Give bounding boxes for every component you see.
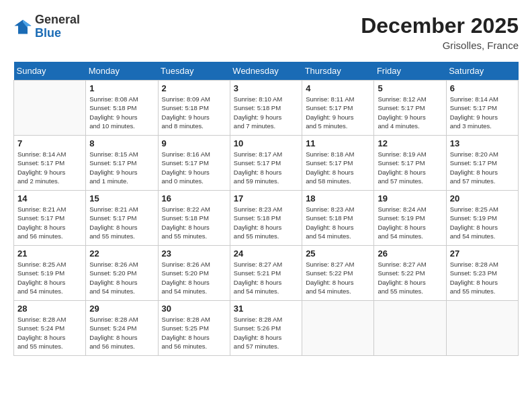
calendar-cell: 7Sunrise: 8:14 AM Sunset: 5:17 PM Daylig… xyxy=(14,136,86,191)
week-row-2: 7Sunrise: 8:14 AM Sunset: 5:17 PM Daylig… xyxy=(14,136,519,191)
calendar-cell: 18Sunrise: 8:23 AM Sunset: 5:18 PM Dayli… xyxy=(302,191,374,246)
day-of-week-sunday: Sunday xyxy=(14,62,86,81)
day-info: Sunrise: 8:09 AM Sunset: 5:18 PM Dayligh… xyxy=(162,95,226,130)
day-info: Sunrise: 8:15 AM Sunset: 5:17 PM Dayligh… xyxy=(89,150,154,185)
day-number: 11 xyxy=(306,138,370,148)
day-of-week-monday: Monday xyxy=(86,62,158,81)
day-number: 12 xyxy=(378,138,442,148)
day-of-week-tuesday: Tuesday xyxy=(158,62,230,81)
logo-general: General xyxy=(35,13,80,27)
calendar-cell: 3Sunrise: 8:10 AM Sunset: 5:18 PM Daylig… xyxy=(230,81,302,136)
day-number: 18 xyxy=(306,193,370,203)
day-number: 14 xyxy=(17,193,82,203)
day-number: 1 xyxy=(89,83,154,93)
day-number: 24 xyxy=(234,248,298,259)
day-info: Sunrise: 8:28 AM Sunset: 5:23 PM Dayligh… xyxy=(450,260,515,295)
calendar-cell: 20Sunrise: 8:25 AM Sunset: 5:19 PM Dayli… xyxy=(446,191,518,246)
day-info: Sunrise: 8:20 AM Sunset: 5:17 PM Dayligh… xyxy=(450,150,515,185)
month-title: December 2025 xyxy=(361,13,519,38)
day-number: 20 xyxy=(450,193,515,203)
week-row-1: 1Sunrise: 8:08 AM Sunset: 5:18 PM Daylig… xyxy=(14,81,519,136)
day-number: 25 xyxy=(306,248,370,259)
day-number: 26 xyxy=(378,248,442,259)
calendar-cell: 4Sunrise: 8:11 AM Sunset: 5:17 PM Daylig… xyxy=(302,81,374,136)
day-number: 21 xyxy=(17,248,82,259)
day-info: Sunrise: 8:10 AM Sunset: 5:18 PM Dayligh… xyxy=(234,95,298,130)
day-info: Sunrise: 8:23 AM Sunset: 5:18 PM Dayligh… xyxy=(306,205,370,240)
day-number: 10 xyxy=(234,138,298,148)
week-row-5: 28Sunrise: 8:28 AM Sunset: 5:24 PM Dayli… xyxy=(14,301,519,356)
day-number: 29 xyxy=(89,304,154,314)
calendar-cell: 10Sunrise: 8:17 AM Sunset: 5:17 PM Dayli… xyxy=(230,136,302,191)
day-info: Sunrise: 8:27 AM Sunset: 5:22 PM Dayligh… xyxy=(378,260,442,295)
calendar-cell: 28Sunrise: 8:28 AM Sunset: 5:24 PM Dayli… xyxy=(14,301,86,356)
page: General Blue December 2025 Grisolles, Fr… xyxy=(0,0,532,411)
day-info: Sunrise: 8:26 AM Sunset: 5:20 PM Dayligh… xyxy=(162,260,226,295)
calendar-cell: 12Sunrise: 8:19 AM Sunset: 5:17 PM Dayli… xyxy=(374,136,446,191)
location: Grisolles, France xyxy=(361,40,519,51)
day-number: 3 xyxy=(234,83,298,93)
calendar-cell xyxy=(14,81,86,136)
calendar-cell: 17Sunrise: 8:23 AM Sunset: 5:18 PM Dayli… xyxy=(230,191,302,246)
week-row-3: 14Sunrise: 8:21 AM Sunset: 5:17 PM Dayli… xyxy=(14,191,519,246)
day-info: Sunrise: 8:28 AM Sunset: 5:25 PM Dayligh… xyxy=(162,315,226,351)
calendar-cell: 9Sunrise: 8:16 AM Sunset: 5:17 PM Daylig… xyxy=(158,136,230,191)
day-number: 31 xyxy=(234,304,298,314)
calendar-cell: 24Sunrise: 8:27 AM Sunset: 5:21 PM Dayli… xyxy=(230,246,302,301)
week-row-4: 21Sunrise: 8:25 AM Sunset: 5:19 PM Dayli… xyxy=(14,246,519,301)
day-of-week-saturday: Saturday xyxy=(446,62,518,81)
calendar-cell: 13Sunrise: 8:20 AM Sunset: 5:17 PM Dayli… xyxy=(446,136,518,191)
day-info: Sunrise: 8:27 AM Sunset: 5:22 PM Dayligh… xyxy=(306,260,370,295)
logo: General Blue xyxy=(13,13,80,40)
day-number: 19 xyxy=(378,193,442,203)
day-info: Sunrise: 8:28 AM Sunset: 5:24 PM Dayligh… xyxy=(89,315,154,351)
calendar-cell: 8Sunrise: 8:15 AM Sunset: 5:17 PM Daylig… xyxy=(86,136,158,191)
day-number: 28 xyxy=(17,304,82,314)
day-info: Sunrise: 8:23 AM Sunset: 5:18 PM Dayligh… xyxy=(234,205,298,240)
day-info: Sunrise: 8:19 AM Sunset: 5:17 PM Dayligh… xyxy=(378,150,442,185)
day-info: Sunrise: 8:25 AM Sunset: 5:19 PM Dayligh… xyxy=(450,205,515,240)
day-number: 27 xyxy=(450,248,515,259)
calendar-cell: 30Sunrise: 8:28 AM Sunset: 5:25 PM Dayli… xyxy=(158,301,230,356)
day-info: Sunrise: 8:28 AM Sunset: 5:24 PM Dayligh… xyxy=(17,315,82,351)
day-of-week-thursday: Thursday xyxy=(302,62,374,81)
day-info: Sunrise: 8:14 AM Sunset: 5:17 PM Dayligh… xyxy=(450,95,515,130)
day-number: 17 xyxy=(234,193,298,203)
day-number: 8 xyxy=(89,138,154,148)
day-info: Sunrise: 8:11 AM Sunset: 5:17 PM Dayligh… xyxy=(306,95,370,130)
calendar-cell xyxy=(446,301,518,356)
header: General Blue December 2025 Grisolles, Fr… xyxy=(13,13,519,51)
day-of-week-friday: Friday xyxy=(374,62,446,81)
logo-icon xyxy=(13,17,32,36)
day-number: 30 xyxy=(162,304,226,314)
day-number: 7 xyxy=(17,138,82,148)
day-info: Sunrise: 8:25 AM Sunset: 5:19 PM Dayligh… xyxy=(17,260,82,295)
day-info: Sunrise: 8:26 AM Sunset: 5:20 PM Dayligh… xyxy=(89,260,154,295)
day-info: Sunrise: 8:12 AM Sunset: 5:17 PM Dayligh… xyxy=(378,95,442,130)
calendar-cell: 14Sunrise: 8:21 AM Sunset: 5:17 PM Dayli… xyxy=(14,191,86,246)
day-info: Sunrise: 8:14 AM Sunset: 5:17 PM Dayligh… xyxy=(17,150,82,185)
day-number: 2 xyxy=(162,83,226,93)
calendar-cell: 27Sunrise: 8:28 AM Sunset: 5:23 PM Dayli… xyxy=(446,246,518,301)
day-info: Sunrise: 8:21 AM Sunset: 5:17 PM Dayligh… xyxy=(17,205,82,240)
day-header-row: SundayMondayTuesdayWednesdayThursdayFrid… xyxy=(14,62,519,81)
day-info: Sunrise: 8:16 AM Sunset: 5:17 PM Dayligh… xyxy=(162,150,226,185)
day-info: Sunrise: 8:17 AM Sunset: 5:17 PM Dayligh… xyxy=(234,150,298,185)
day-number: 22 xyxy=(89,248,154,259)
day-number: 15 xyxy=(89,193,154,203)
calendar-cell: 29Sunrise: 8:28 AM Sunset: 5:24 PM Dayli… xyxy=(86,301,158,356)
day-number: 13 xyxy=(450,138,515,148)
calendar: SundayMondayTuesdayWednesdayThursdayFrid… xyxy=(13,62,519,356)
calendar-cell: 22Sunrise: 8:26 AM Sunset: 5:20 PM Dayli… xyxy=(86,246,158,301)
calendar-cell: 19Sunrise: 8:24 AM Sunset: 5:19 PM Dayli… xyxy=(374,191,446,246)
calendar-cell: 21Sunrise: 8:25 AM Sunset: 5:19 PM Dayli… xyxy=(14,246,86,301)
calendar-cell xyxy=(302,301,374,356)
calendar-cell: 15Sunrise: 8:21 AM Sunset: 5:17 PM Dayli… xyxy=(86,191,158,246)
logo-text: General Blue xyxy=(35,13,80,40)
day-info: Sunrise: 8:22 AM Sunset: 5:18 PM Dayligh… xyxy=(162,205,226,240)
day-number: 16 xyxy=(162,193,226,203)
calendar-cell: 31Sunrise: 8:28 AM Sunset: 5:26 PM Dayli… xyxy=(230,301,302,356)
calendar-cell: 1Sunrise: 8:08 AM Sunset: 5:18 PM Daylig… xyxy=(86,81,158,136)
day-number: 4 xyxy=(306,83,370,93)
title-block: December 2025 Grisolles, France xyxy=(361,13,519,51)
